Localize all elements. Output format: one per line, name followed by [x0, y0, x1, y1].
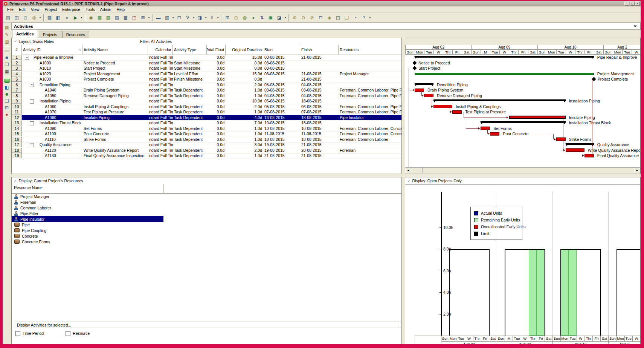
- status-icon[interactable]: ◔: [351, 14, 360, 22]
- gantt-milestone[interactable]: [412, 61, 417, 65]
- resource-item[interactable]: Pipe Coupling: [12, 227, 163, 233]
- column-header-tf[interactable]: Total Float: [207, 45, 226, 55]
- titlebar[interactable]: Primavera P6 Professional R15.1 : PIPE R…: [3, 1, 641, 6]
- progress-line-icon[interactable]: #: [208, 14, 216, 22]
- filter-caret[interactable]: ▾: [192, 14, 195, 21]
- column-header-id[interactable]: Activity ID ▿: [22, 45, 82, 55]
- menu-tools[interactable]: Tools: [83, 7, 98, 12]
- view-more-caret[interactable]: ▾: [216, 14, 220, 21]
- screen-capture-icon[interactable]: ◎: [30, 14, 38, 22]
- checkbox-box-icon[interactable]: [15, 331, 20, 336]
- collapse-icon[interactable]: −: [25, 56, 29, 60]
- column-header-type[interactable]: Activity Type: [173, 45, 207, 55]
- table-row[interactable]: 19A1130Final Quality Assurance Inspectio…: [12, 153, 401, 159]
- assign-resources-icon[interactable]: ▣: [266, 14, 275, 22]
- store-period-icon[interactable]: ◕: [249, 14, 258, 22]
- menu-view[interactable]: View: [28, 7, 42, 12]
- gantt-horizontal-scrollbar[interactable]: ◄ ►: [405, 167, 640, 174]
- tab-activities[interactable]: Activities: [12, 30, 38, 38]
- profile-display-bar[interactable]: ✓ Display: Open Projects Only: [405, 177, 640, 185]
- schedule-icon[interactable]: ⊞: [223, 14, 232, 22]
- maximize-button[interactable]: □: [630, 2, 635, 6]
- projects-window-icon[interactable]: ▨: [113, 14, 121, 22]
- tracking-window-icon[interactable]: ◳: [130, 14, 139, 22]
- activities-directory-icon[interactable]: [3, 77, 11, 84]
- zoom-fit-icon[interactable]: ⊘: [308, 14, 316, 22]
- zoom-out-icon[interactable]: ⊖: [299, 14, 308, 22]
- new-project-icon[interactable]: ▤: [3, 24, 11, 31]
- tools-more-caret[interactable]: ▾: [284, 14, 287, 21]
- vertical-split-icon[interactable]: ◫: [334, 14, 342, 22]
- horizontal-split-icon[interactable]: ⊟: [316, 14, 325, 22]
- column-header-res[interactable]: Resources: [339, 45, 402, 55]
- gantt-loe-bar[interactable]: [415, 73, 594, 75]
- checkbox-box-icon[interactable]: [66, 331, 70, 336]
- bars-icon[interactable]: ▬: [154, 14, 163, 22]
- tab-resources[interactable]: Resources: [62, 31, 89, 38]
- resource-list-header[interactable]: Resource Name: [12, 184, 401, 194]
- gantt-task-bar[interactable]: [481, 127, 490, 130]
- scrollbar-thumb[interactable]: [412, 168, 423, 173]
- zoom-in-icon[interactable]: ⊕: [290, 14, 299, 22]
- checkbox-time-period[interactable]: Time Period: [15, 331, 44, 336]
- page-setup-icon[interactable]: ▯: [21, 14, 30, 22]
- assign-roles-icon[interactable]: ◪: [275, 14, 284, 22]
- resource-item[interactable]: Common Laborer: [12, 205, 163, 211]
- gantt-task-bar[interactable]: [584, 154, 594, 157]
- gantt-task-bar[interactable]: [424, 94, 433, 97]
- help-icon[interactable]: ?: [360, 14, 368, 22]
- check-out-icon[interactable]: ✎: [3, 31, 11, 38]
- columns-caret[interactable]: ▾: [171, 14, 175, 21]
- gantt-milestone[interactable]: [412, 66, 417, 70]
- resource-item[interactable]: Project Manager: [12, 194, 163, 199]
- print-more-caret[interactable]: ▾: [38, 14, 42, 21]
- menu-admin[interactable]: Admin: [98, 7, 114, 12]
- gantt-summary-bar[interactable]: [415, 56, 594, 58]
- menu-project[interactable]: Project: [42, 7, 60, 12]
- scroll-left-icon[interactable]: ◄: [405, 168, 411, 173]
- tab-projects[interactable]: Projects: [39, 31, 61, 38]
- gantt-summary-bar[interactable]: [566, 143, 594, 145]
- spreadsheet-icon[interactable]: ▦: [45, 14, 54, 22]
- collapse-icon[interactable]: −: [30, 121, 34, 125]
- column-header-finish[interactable]: Finish: [300, 45, 339, 55]
- column-header-name[interactable]: Activity Name: [82, 45, 148, 55]
- collapse-icon[interactable]: −: [30, 83, 34, 87]
- scroll-right-icon[interactable]: ►: [634, 168, 640, 173]
- tracking-directory-icon[interactable]: ▦: [3, 68, 11, 75]
- resource-name-column-header[interactable]: Resource Name: [14, 185, 43, 190]
- select-cursor-icon[interactable]: ▶: [71, 14, 80, 22]
- update-progress-icon[interactable]: ◷: [232, 14, 240, 22]
- group-caret[interactable]: ▾: [204, 14, 208, 21]
- column-header-start[interactable]: Start: [263, 45, 300, 55]
- print-preview-icon[interactable]: ◫: [12, 14, 21, 22]
- column-header-n[interactable]: #: [12, 45, 22, 55]
- collapse-icon[interactable]: −: [30, 99, 34, 104]
- focus-icon[interactable]: ◈: [325, 14, 334, 22]
- open-folder-icon[interactable]: ▭: [3, 47, 11, 54]
- timescale-icon[interactable]: ⊟: [175, 14, 183, 22]
- projects-directory-icon[interactable]: ◧: [3, 84, 11, 91]
- gantt-task-bar[interactable]: [490, 132, 499, 136]
- search-icon[interactable]: ◉: [87, 14, 95, 22]
- close-icon[interactable]: ✕: [633, 24, 638, 28]
- edit-more-caret[interactable]: ▾: [80, 14, 83, 21]
- group-sort-icon[interactable]: ◨: [195, 14, 204, 22]
- global-change-icon[interactable]: ◍: [240, 14, 249, 22]
- wbs-directory-icon[interactable]: ❏: [3, 98, 11, 104]
- resource-item[interactable]: Pipe: [12, 222, 163, 227]
- resource-assignments-icon[interactable]: ☻: [3, 91, 11, 98]
- column-header-od[interactable]: Original Duration: [226, 45, 263, 55]
- import-icon[interactable]: ▥: [3, 38, 11, 45]
- collapse-icon[interactable]: −: [30, 143, 34, 147]
- resource-item[interactable]: Pipe Insulator: [12, 216, 163, 222]
- print-icon[interactable]: ▤: [4, 14, 12, 22]
- filter-icon[interactable]: ∇: [183, 14, 192, 22]
- window-close-button[interactable]: ×: [635, 2, 640, 6]
- resource-item[interactable]: Concrete: [12, 233, 163, 239]
- gantt-task-bar[interactable]: [556, 137, 566, 141]
- menu-help[interactable]: Help: [114, 7, 127, 12]
- menu-edit[interactable]: Edit: [16, 7, 28, 12]
- gantt-task-bar[interactable]: [509, 116, 565, 119]
- notebook-icon[interactable]: ❏: [342, 14, 351, 22]
